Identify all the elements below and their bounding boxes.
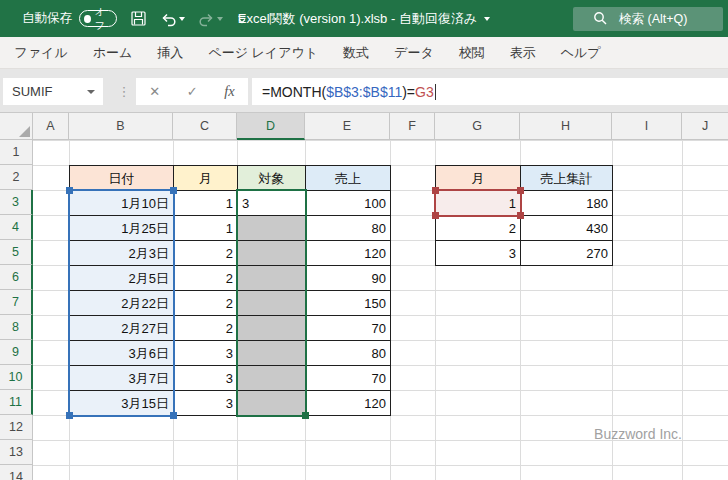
row-header-12[interactable]: 12 [0, 415, 33, 440]
gridline [33, 465, 728, 466]
tab-formulas[interactable]: 数式 [331, 37, 382, 68]
formula-bar-resize-handle[interactable]: ⋮ [117, 78, 131, 105]
fill-handle[interactable] [302, 412, 309, 419]
name-box-dropdown-icon[interactable] [87, 90, 95, 94]
autosave-switch[interactable]: オフ [79, 10, 117, 27]
cell-summary-month[interactable]: 3 [435, 240, 521, 266]
reference-range-red [434, 189, 522, 217]
tab-home[interactable]: ホーム [80, 37, 145, 68]
row-header-1[interactable]: 1 [0, 140, 33, 165]
cell-sales[interactable]: 70 [305, 315, 391, 341]
tab-page-layout[interactable]: ページ レイアウト [196, 37, 331, 68]
range-handle[interactable] [66, 187, 73, 194]
select-all-corner[interactable] [0, 113, 33, 140]
column-header-J[interactable]: J [682, 113, 728, 140]
cell-sales[interactable]: 70 [305, 365, 391, 391]
undo-dropdown-icon[interactable] [179, 17, 185, 21]
cell-month[interactable]: 2 [173, 315, 238, 341]
tab-data[interactable]: データ [382, 37, 447, 68]
formula-part2: )= [402, 84, 415, 100]
column-header-G[interactable]: G [435, 113, 520, 140]
range-handle[interactable] [432, 212, 439, 219]
column-header-I[interactable]: I [612, 113, 682, 140]
save-icon [130, 10, 147, 27]
column-header-E[interactable]: E [305, 113, 390, 140]
cell-summary-month[interactable]: 2 [435, 215, 521, 241]
redo-dropdown-icon[interactable] [217, 17, 223, 21]
cell-summary-total[interactable]: 180 [520, 190, 613, 216]
cell-month[interactable]: 3 [173, 365, 238, 391]
cell-month[interactable]: 3 [173, 340, 238, 366]
search-box[interactable]: 検索 (Alt+Q) [573, 7, 723, 31]
cell-month[interactable]: 1 [173, 190, 238, 216]
range-handle[interactable] [170, 412, 177, 419]
search-icon [573, 11, 619, 28]
formula-buttons: ✕ ✓ fx [136, 78, 248, 105]
range-handle[interactable] [432, 187, 439, 194]
active-selection-green [236, 189, 307, 417]
row-header-4[interactable]: 4 [0, 215, 33, 240]
tab-file[interactable]: ファイル [2, 37, 80, 68]
customize-qat-icon [236, 13, 248, 25]
cell-sales[interactable]: 90 [305, 265, 391, 291]
summary-table-header[interactable]: 売上集計 [520, 165, 613, 191]
tab-view[interactable]: 表示 [497, 37, 548, 68]
cancel-icon[interactable]: ✕ [149, 84, 160, 99]
row-header-2[interactable]: 2 [0, 165, 33, 190]
formula-part1: =MONTH( [262, 84, 326, 100]
cell-month[interactable]: 2 [173, 290, 238, 316]
row-header-10[interactable]: 10 [0, 365, 33, 390]
autosave-toggle[interactable]: 自動保存 オフ [22, 10, 117, 27]
summary-table-header[interactable]: 月 [435, 165, 521, 191]
row-header-7[interactable]: 7 [0, 290, 33, 315]
column-header-D[interactable]: D [237, 113, 305, 140]
name-box-value: SUMIF [12, 84, 52, 99]
row-header-6[interactable]: 6 [0, 265, 33, 290]
ribbon-tab-strip: ファイルホーム挿入ページ レイアウト数式データ校閲表示ヘルプ [0, 37, 728, 69]
main-table-header[interactable]: 対象 [237, 165, 306, 191]
column-header-H[interactable]: H [520, 113, 612, 140]
row-header-9[interactable]: 9 [0, 340, 33, 365]
column-header-A[interactable]: A [33, 113, 69, 140]
cell-month[interactable]: 2 [173, 265, 238, 291]
row-header-3[interactable]: 3 [0, 190, 33, 215]
tab-help[interactable]: ヘルプ [548, 37, 613, 68]
cell-summary-total[interactable]: 270 [520, 240, 613, 266]
cell-sales[interactable]: 100 [305, 190, 391, 216]
cell-month[interactable]: 3 [173, 390, 238, 416]
formula-bar: SUMIF ⋮ ✕ ✓ fx =MONTH($B$3:$B$11)=G3 [0, 69, 728, 113]
row-header-14[interactable]: 14 [0, 465, 33, 480]
row-header-11[interactable]: 11 [0, 390, 33, 415]
column-header-B[interactable]: B [69, 113, 173, 140]
range-handle[interactable] [170, 187, 177, 194]
row-header-8[interactable]: 8 [0, 315, 33, 340]
customize-qat-button[interactable] [236, 13, 248, 25]
tab-review[interactable]: 校閲 [446, 37, 497, 68]
column-header-F[interactable]: F [390, 113, 435, 140]
main-table-header[interactable]: 月 [173, 165, 238, 191]
range-handle[interactable] [66, 412, 73, 419]
tab-insert[interactable]: 挿入 [145, 37, 196, 68]
cell-month[interactable]: 1 [173, 215, 238, 241]
cell-sales[interactable]: 80 [305, 340, 391, 366]
formula-input[interactable]: =MONTH($B$3:$B$11)=G3 [252, 78, 728, 105]
row-header-5[interactable]: 5 [0, 240, 33, 265]
undo-button[interactable] [160, 11, 185, 27]
range-handle[interactable] [517, 187, 524, 194]
cell-summary-total[interactable]: 430 [520, 215, 613, 241]
range-handle[interactable] [517, 212, 524, 219]
save-button[interactable] [130, 10, 147, 27]
cell-sales[interactable]: 120 [305, 390, 391, 416]
insert-function-icon[interactable]: fx [224, 83, 234, 100]
main-table-header[interactable]: 売上 [305, 165, 391, 191]
cell-sales[interactable]: 80 [305, 215, 391, 241]
column-header-C[interactable]: C [173, 113, 237, 140]
main-table-header[interactable]: 日付 [69, 165, 174, 191]
cell-month[interactable]: 2 [173, 240, 238, 266]
cell-sales[interactable]: 150 [305, 290, 391, 316]
row-header-13[interactable]: 13 [0, 440, 33, 465]
name-box[interactable]: SUMIF [3, 78, 103, 105]
cell-sales[interactable]: 120 [305, 240, 391, 266]
redo-button[interactable] [198, 11, 223, 27]
enter-icon[interactable]: ✓ [187, 84, 198, 99]
